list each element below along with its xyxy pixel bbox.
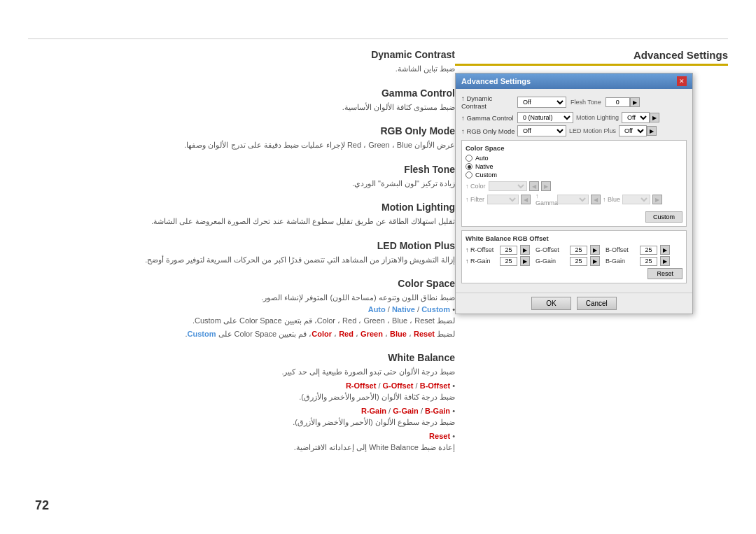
r-gain-input[interactable] [500,257,517,266]
dialog-footer: OK Cancel [456,293,692,314]
section-rgb-only: RGB Only Mode عرض الألوان Red ، Green ، … [35,125,455,151]
section-motion-lighting: Motion Lighting تقليل استهلاك الطاقة عن … [35,202,455,227]
section-desc-rgb-only: عرض الألوان Red ، Green ، Blue لإجراء عم… [35,139,455,151]
section-desc-dynamic-contrast: ضبط تباين الشاشة. [35,63,455,75]
dialog-titlebar: Advanced Settings ✕ [456,73,692,89]
b-offset-input[interactable] [640,246,657,255]
control-dynamic-contrast: Off Flesh Tone ▶ [517,97,687,108]
r-gain-label: ↑ R-Gain [465,258,497,265]
color-controls-row1: ↑ Color ◀ ▶ [465,181,682,191]
control-rgb-only-mode: Off LED Motion Plus Off ▶ [517,125,687,136]
led-motion-plus-arrow[interactable]: ▶ [647,126,657,136]
top-divider [28,38,728,39]
r-offset-input[interactable] [500,246,517,255]
advanced-settings-dialog: Advanced Settings ✕ ↑ Dynamic Contrast O… [455,73,693,314]
select-gamma [557,195,589,204]
section-title-led-motion-plus: LED Motion Plus [35,240,455,251]
select-dynamic-contrast[interactable]: Off [517,97,566,108]
section-wb-offset-desc: ضبط درجة كثافة الألوان (الأحمر والأخضر و… [35,391,455,403]
radio-dot-auto [465,155,472,162]
flesh-tone-arrow[interactable]: ▶ [630,97,640,107]
g-gain-arrow[interactable]: ▶ [590,256,600,266]
select-rgb-only-mode[interactable]: Off [517,125,566,136]
b-gain-arrow[interactable]: ▶ [660,256,670,266]
section-wb-gain-desc: ضبط درجة سطوع الألوان (الأحمر والأخضر وا… [35,416,455,428]
ok-button[interactable]: OK [531,297,570,310]
b-offset-arrow[interactable]: ▶ [660,245,670,255]
dialog-title-text: Advanced Settings [461,77,531,85]
section-desc-white-balance: ضبط درجة الألوان حتى تبدو الصورة طبيعية … [35,366,455,378]
auto-link: Auto [368,305,386,314]
section-title-flesh-tone: Flesh Tone [35,164,455,175]
input-flesh-tone[interactable] [606,97,630,107]
radio-label-native: Native [475,163,493,170]
section-title-gamma-control: Gamma Control [35,87,455,99]
section-gamma-control: Gamma Control ضبط مستوى كثافة الألوان ال… [35,87,455,113]
gamma-label: ↑ Gamma [536,192,555,206]
color-space-label: Color Space [465,144,682,152]
section-desc-motion-lighting: تقليل استهلاك الطاقة عن طريق تقليل سطوع … [35,216,455,227]
control-gamma-control: 0 (Natural) Motion Lighting Off ▶ [517,112,687,123]
dialog-body: ↑ Dynamic Contrast Off Flesh Tone ▶ ↑ Ga… [456,89,692,293]
section-note-color-space-line1: Auto / Native / Custom • [35,304,455,316]
r-offset-label: ↑ R-Offset [465,246,497,253]
radio-label-auto: Auto [475,155,489,162]
dialog-row-3: ↑ RGB Only Mode Off LED Motion Plus Off … [461,125,687,136]
dialog-row-2: ↑ Gamma Control 0 (Natural) Motion Light… [461,112,687,123]
g-offset-label: G-Offset [536,246,567,253]
g-offset-input[interactable] [570,246,587,255]
custom-button[interactable]: Custom [645,211,682,223]
blue-arrow: ▶ [652,195,662,204]
select-motion-lighting[interactable]: Off [622,112,650,123]
white-balance-section: White Balance RGB Offset ↑ R-Offset ▶ G-… [461,230,687,283]
section-wb-gain-line: R-Gain / G-Gain / B-Gain • [35,405,455,417]
radio-dot-native [465,163,472,170]
section-flesh-tone: Flesh Tone زيادة تركيز "لون البشرة" الور… [35,164,455,190]
select-led-motion-plus[interactable]: Off [619,125,647,136]
section-wb-offset-line: R-Offset / G-Offset / B-Offset • [35,380,455,392]
b-gain-label: B-Gain [606,258,637,265]
color-controls-row2: ↑ Filter ◀ ↑ Gamma ◀ ↑ Blue ▶ [465,192,682,206]
color-arrow-right: ▶ [541,181,551,191]
section-desc-flesh-tone: زيادة تركيز "لون البشرة" الوردي. [35,178,455,190]
filter-arrow-left: ◀ [521,195,531,204]
label-flesh-tone-inline: Flesh Tone [570,99,601,106]
b-gain-input[interactable] [640,257,657,266]
section-title-motion-lighting: Motion Lighting [35,202,455,213]
page-number: 72 [35,498,49,513]
radio-dot-custom [465,171,472,178]
section-note-color-space-line2: لضبط Color ، Red ، Green ، Blue ، Reset،… [35,315,455,327]
color-space-section: Color Space Auto Native Custom ↑ Color [461,140,687,227]
label-dynamic-contrast: ↑ Dynamic Contrast [461,94,517,110]
custom-btn-row: Custom [465,209,682,223]
select-filter [487,195,519,204]
wb-gain-row: ↑ R-Gain ▶ G-Gain ▶ B-Gain ▶ [465,256,682,266]
gamma-arrow-left: ◀ [591,195,601,204]
g-gain-label: G-Gain [536,258,567,265]
dialog-close-button[interactable]: ✕ [677,76,687,86]
section-dynamic-contrast: Dynamic Contrast ضبط تباين الشاشة. [35,49,455,75]
native-link: Native [392,305,415,314]
motion-lighting-arrow[interactable]: ▶ [650,113,659,122]
radio-custom[interactable]: Custom [465,171,682,178]
radio-auto[interactable]: Auto [465,155,682,162]
section-note-color-space-rtl: لضبط Color ، Red ، Green ، Blue ، Reset،… [35,328,455,340]
section-title-rgb-only: RGB Only Mode [35,125,455,136]
r-offset-arrow[interactable]: ▶ [520,245,530,255]
g-gain-input[interactable] [570,257,587,266]
section-desc-gamma-control: ضبط مستوى كثافة الألوان الأساسية. [35,101,455,113]
cancel-button[interactable]: Cancel [577,297,617,310]
r-gain-arrow[interactable]: ▶ [520,256,530,266]
section-white-balance: White Balance ضبط درجة الألوان حتى تبدو … [35,352,455,454]
radio-native[interactable]: Native [465,163,682,170]
wb-reset-button[interactable]: Reset [648,268,682,279]
color-label: ↑ Color [465,183,486,190]
label-motion-lighting-inline: Motion Lighting [576,114,619,121]
advanced-settings-title: Advanced Settings [455,49,728,66]
select-gamma-control[interactable]: 0 (Natural) [517,112,573,123]
section-color-space: Color Space ضبط نطاق اللون وتنوعه (مساحة… [35,278,455,339]
right-panel: Advanced Settings Advanced Settings ✕ ↑ … [455,49,728,314]
label-gamma-control: ↑ Gamma Control [461,114,517,122]
label-rgb-only-mode: ↑ RGB Only Mode [461,127,517,135]
g-offset-arrow[interactable]: ▶ [590,245,600,255]
